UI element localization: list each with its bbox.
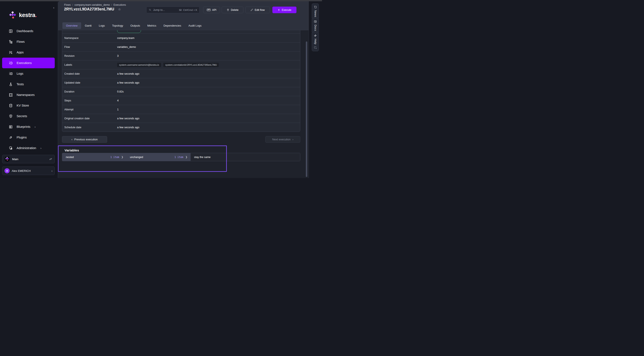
favorite-star-icon[interactable]: ☆: [118, 7, 121, 11]
label-badge-correlation-id[interactable]: system.correlationId:2RYLvzcL9DA273f3enL…: [163, 63, 219, 67]
tests-icon: [9, 82, 13, 86]
user-menu[interactable]: A Alex EMERICH ›: [2, 167, 55, 175]
sidebar-item-logs[interactable]: Logs: [2, 68, 55, 79]
blueprints-icon: [9, 125, 13, 129]
sidebar-item-plugins[interactable]: Plugins: [2, 132, 55, 143]
tab-topology[interactable]: Topology: [108, 22, 127, 29]
table-row: Attempt1: [62, 105, 300, 114]
dashboard-icon: [9, 29, 13, 33]
search-shortcut: Ctrl/Cmd + K: [183, 9, 197, 11]
keyboard-icon: [179, 8, 182, 11]
table-row: Original creation datea few seconds ago: [62, 114, 300, 123]
tab-dependencies[interactable]: Dependencies: [160, 22, 185, 29]
table-row: Updated datea few seconds ago: [62, 78, 300, 87]
api-icon: API: [207, 9, 210, 11]
sidebar-item-dashboards[interactable]: Dashboards: [2, 26, 55, 36]
search-icon: [149, 8, 152, 11]
table-row: Flowvariables_demo: [62, 42, 300, 51]
trash-icon: [226, 8, 229, 11]
edit-flow-button[interactable]: Edit flow: [245, 6, 270, 13]
sidebar-item-tests[interactable]: Tests: [2, 79, 55, 90]
chevron-right-icon: ›: [40, 147, 41, 150]
news-button[interactable]: News: [312, 3, 319, 19]
sidebar-item-secrets[interactable]: Secrets: [2, 111, 55, 121]
sidebar-item-apps[interactable]: Apps: [2, 47, 55, 58]
tenant-selector[interactable]: Main: [2, 155, 55, 163]
chevron-right-icon: ❯: [122, 156, 123, 159]
tab-overview[interactable]: Overview: [62, 22, 81, 29]
lightning-icon: [278, 8, 280, 11]
logs-icon: [9, 72, 13, 76]
page-header: Flows / company.team.variables_demo / Ex…: [58, 1, 308, 30]
sidebar-nav: Dashboards Flows Apps Executions Logs Te…: [0, 26, 57, 153]
namespaces-icon: [9, 93, 13, 97]
apps-icon: [9, 50, 13, 54]
chevron-left-icon: ‹: [71, 138, 72, 141]
docs-icon: [314, 20, 317, 23]
table-row: Schedule datea few seconds ago: [62, 123, 300, 132]
slack-icon: [314, 34, 317, 37]
table-row: Namespacecompany.team: [62, 33, 300, 42]
sidebar-item-kv-store[interactable]: KV Store: [2, 100, 55, 111]
tab-metrics[interactable]: Metrics: [144, 22, 160, 29]
label-badge-username[interactable]: system.username:aemerich@kestra.io: [117, 63, 161, 67]
main-panel: Flows / company.team.variables_demo / Ex…: [58, 1, 308, 178]
breadcrumb: Flows / company.team.variables_demo / Ex…: [64, 3, 126, 6]
execution-tabs: Overview Gantt Logs Topology Outputs Met…: [62, 22, 205, 29]
chevron-right-icon: ›: [34, 125, 35, 129]
api-button[interactable]: API API: [203, 6, 220, 13]
user-avatar: A: [4, 168, 10, 173]
table-row: Revision3: [62, 51, 300, 60]
kestra-logo[interactable]: kestra.: [9, 11, 37, 19]
table-row: Created datea few seconds ago: [62, 69, 300, 78]
execution-details-table: Namespacecompany.team Flowvariables_demo…: [62, 30, 300, 132]
right-rail: News Docs Help 1.0.0-SNAPSHOT: [308, 1, 322, 178]
administration-icon: [9, 146, 13, 150]
table-row: Steps4: [62, 96, 300, 105]
overview-content: Namespacecompany.team Flowvariables_demo…: [58, 30, 309, 178]
chevron-right-icon: ›: [292, 138, 293, 141]
table-row: Duration0.82s: [62, 87, 300, 96]
user-name: Alex EMERICH: [12, 169, 31, 173]
sidebar-item-flows[interactable]: Flows: [2, 36, 55, 47]
page-title: 2RYLvzcL9DA273f3enL7MU: [64, 7, 114, 11]
kv-store-icon: [9, 104, 13, 108]
delete-button[interactable]: Delete: [222, 6, 244, 13]
table-row-partial: [62, 30, 300, 33]
sidebar-item-namespaces[interactable]: Namespaces: [2, 90, 55, 100]
breadcrumb-namespace-flow[interactable]: company.team.variables_demo: [74, 3, 110, 6]
sidebar-item-administration[interactable]: Administration ›: [2, 143, 55, 153]
execute-button[interactable]: Execute: [272, 6, 296, 13]
sidebar-item-blueprints[interactable]: Blueprints ›: [2, 121, 55, 132]
chevron-right-icon: ❯: [186, 156, 188, 159]
tab-outputs[interactable]: Outputs: [127, 22, 144, 29]
variables-row: nested 1 item ❯ unchanged 1 item ❯ stay …: [62, 153, 300, 161]
help-button[interactable]: Help: [312, 32, 319, 51]
sidebar-collapse-icon[interactable]: ‹: [53, 6, 54, 9]
kestra-logo-text: kestra.: [19, 12, 37, 18]
next-execution-button[interactable]: Next execution ›: [265, 136, 300, 143]
tenant-name: Main: [12, 158, 18, 161]
variable-unchanged[interactable]: unchanged 1 item ❯: [126, 153, 190, 161]
sidebar: ‹ kestra. Dashboards Flows Apps Execu: [0, 1, 57, 178]
variable-nested[interactable]: nested 1 item ❯: [62, 153, 126, 161]
vertical-scrollbar[interactable]: [306, 41, 307, 177]
flows-icon: [9, 40, 13, 44]
previous-execution-button[interactable]: ‹ Previous execution: [62, 136, 107, 143]
swap-horizontal-icon: [49, 157, 52, 161]
external-link-icon: [314, 46, 317, 49]
search-placeholder: Jump to...: [153, 8, 177, 11]
tab-gantt[interactable]: Gantt: [81, 22, 95, 29]
jump-to-search[interactable]: Jump to... Ctrl/Cmd + K: [146, 6, 200, 13]
kestra-logo-icon: [9, 11, 16, 19]
sidebar-item-executions[interactable]: Executions: [2, 58, 55, 68]
news-icon: [314, 5, 317, 9]
docs-button[interactable]: Docs: [312, 18, 319, 33]
breadcrumb-flows[interactable]: Flows: [64, 3, 71, 6]
tab-audit-logs[interactable]: Audit Logs: [185, 22, 205, 29]
tab-logs[interactable]: Logs: [95, 22, 108, 29]
kestra-app: ‹ kestra. Dashboards Flows Apps Execu: [0, 0, 322, 178]
breadcrumb-executions[interactable]: Executions: [114, 3, 126, 6]
chevron-right-icon: ›: [52, 169, 52, 173]
plugins-icon: [9, 136, 13, 140]
